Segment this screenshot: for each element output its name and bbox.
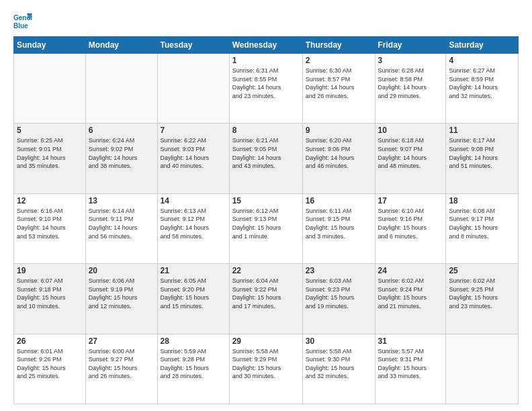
calendar-week-row: 26Sunrise: 6:01 AM Sunset: 9:26 PM Dayli… xyxy=(14,334,519,404)
col-header-saturday: Saturday xyxy=(446,37,519,54)
calendar-cell: 25Sunrise: 6:02 AM Sunset: 9:25 PM Dayli… xyxy=(446,264,519,334)
calendar-table: SundayMondayTuesdayWednesdayThursdayFrid… xyxy=(13,36,519,404)
day-number: 26 xyxy=(17,336,83,346)
col-header-friday: Friday xyxy=(375,37,446,54)
day-number: 18 xyxy=(449,196,515,205)
calendar-cell: 4Sunrise: 6:27 AM Sunset: 8:59 PM Daylig… xyxy=(446,54,519,124)
calendar-cell: 21Sunrise: 6:05 AM Sunset: 9:20 PM Dayli… xyxy=(157,264,229,334)
day-number: 7 xyxy=(161,126,226,135)
day-info: Sunrise: 6:02 AM Sunset: 9:25 PM Dayligh… xyxy=(449,277,515,310)
day-info: Sunrise: 6:31 AM Sunset: 8:55 PM Dayligh… xyxy=(232,66,300,100)
day-info: Sunrise: 6:06 AM Sunset: 9:19 PM Dayligh… xyxy=(89,277,154,310)
day-number: 24 xyxy=(378,266,443,275)
day-number: 14 xyxy=(161,196,226,205)
day-number: 20 xyxy=(89,266,154,275)
calendar-cell: 27Sunrise: 6:00 AM Sunset: 9:27 PM Dayli… xyxy=(85,334,157,404)
calendar-cell: 14Sunrise: 6:13 AM Sunset: 9:12 PM Dayli… xyxy=(157,193,229,263)
calendar-cell: 8Sunrise: 6:21 AM Sunset: 9:05 PM Daylig… xyxy=(229,124,302,193)
day-number: 1 xyxy=(232,56,300,65)
day-info: Sunrise: 6:12 AM Sunset: 9:13 PM Dayligh… xyxy=(232,207,300,240)
calendar-week-row: 1Sunrise: 6:31 AM Sunset: 8:55 PM Daylig… xyxy=(14,54,519,124)
day-number: 10 xyxy=(378,126,443,135)
day-number: 23 xyxy=(306,266,372,275)
day-number: 16 xyxy=(306,196,372,205)
day-info: Sunrise: 6:00 AM Sunset: 9:27 PM Dayligh… xyxy=(89,347,154,381)
day-info: Sunrise: 6:28 AM Sunset: 8:58 PM Dayligh… xyxy=(378,66,443,100)
day-info: Sunrise: 6:16 AM Sunset: 9:10 PM Dayligh… xyxy=(17,207,83,240)
calendar-cell: 2Sunrise: 6:30 AM Sunset: 8:57 PM Daylig… xyxy=(302,54,375,124)
day-info: Sunrise: 5:57 AM Sunset: 9:31 PM Dayligh… xyxy=(378,347,443,381)
calendar-cell: 1Sunrise: 6:31 AM Sunset: 8:55 PM Daylig… xyxy=(229,54,302,124)
calendar-cell: 15Sunrise: 6:12 AM Sunset: 9:13 PM Dayli… xyxy=(229,193,302,263)
col-header-wednesday: Wednesday xyxy=(229,37,302,54)
calendar-cell: 17Sunrise: 6:10 AM Sunset: 9:16 PM Dayli… xyxy=(375,193,446,263)
calendar-cell: 28Sunrise: 5:59 AM Sunset: 9:28 PM Dayli… xyxy=(157,334,229,404)
calendar-cell: 7Sunrise: 6:22 AM Sunset: 9:03 PM Daylig… xyxy=(157,124,229,193)
day-info: Sunrise: 6:18 AM Sunset: 9:07 PM Dayligh… xyxy=(378,136,443,170)
day-number: 12 xyxy=(17,196,83,205)
day-number: 4 xyxy=(449,56,515,65)
day-number: 6 xyxy=(89,126,154,135)
day-info: Sunrise: 6:30 AM Sunset: 8:57 PM Dayligh… xyxy=(306,66,372,100)
day-info: Sunrise: 6:20 AM Sunset: 9:06 PM Dayligh… xyxy=(306,136,372,170)
day-number: 25 xyxy=(449,266,515,275)
day-number: 5 xyxy=(17,126,83,135)
day-info: Sunrise: 6:07 AM Sunset: 9:18 PM Dayligh… xyxy=(17,277,83,310)
calendar-cell: 24Sunrise: 6:02 AM Sunset: 9:24 PM Dayli… xyxy=(375,264,446,334)
day-info: Sunrise: 5:59 AM Sunset: 9:28 PM Dayligh… xyxy=(161,347,226,381)
calendar-cell: 18Sunrise: 6:08 AM Sunset: 9:17 PM Dayli… xyxy=(446,193,519,263)
logo: General Blue xyxy=(13,11,35,30)
day-info: Sunrise: 6:21 AM Sunset: 9:05 PM Dayligh… xyxy=(232,136,300,170)
day-info: Sunrise: 6:11 AM Sunset: 9:15 PM Dayligh… xyxy=(306,207,372,240)
day-info: Sunrise: 6:05 AM Sunset: 9:20 PM Dayligh… xyxy=(161,277,226,310)
calendar-cell: 13Sunrise: 6:14 AM Sunset: 9:11 PM Dayli… xyxy=(85,193,157,263)
calendar-cell: 20Sunrise: 6:06 AM Sunset: 9:19 PM Dayli… xyxy=(85,264,157,334)
day-number: 22 xyxy=(232,266,300,275)
day-info: Sunrise: 6:13 AM Sunset: 9:12 PM Dayligh… xyxy=(161,207,226,240)
calendar-cell: 5Sunrise: 6:25 AM Sunset: 9:01 PM Daylig… xyxy=(14,124,86,193)
calendar-header-row: SundayMondayTuesdayWednesdayThursdayFrid… xyxy=(14,37,519,54)
calendar-cell xyxy=(14,54,86,124)
day-number: 30 xyxy=(306,336,372,346)
day-number: 15 xyxy=(232,196,300,205)
day-number: 21 xyxy=(161,266,226,275)
day-number: 27 xyxy=(89,336,154,346)
day-info: Sunrise: 6:04 AM Sunset: 9:22 PM Dayligh… xyxy=(232,277,300,310)
calendar-week-row: 5Sunrise: 6:25 AM Sunset: 9:01 PM Daylig… xyxy=(14,124,519,193)
calendar-cell: 10Sunrise: 6:18 AM Sunset: 9:07 PM Dayli… xyxy=(375,124,446,193)
day-number: 31 xyxy=(378,336,443,346)
calendar-cell xyxy=(85,54,157,124)
day-info: Sunrise: 5:58 AM Sunset: 9:30 PM Dayligh… xyxy=(306,347,372,381)
day-number: 13 xyxy=(89,196,154,205)
day-number: 2 xyxy=(306,56,372,65)
day-number: 11 xyxy=(449,126,515,135)
calendar-cell: 12Sunrise: 6:16 AM Sunset: 9:10 PM Dayli… xyxy=(14,193,86,263)
calendar-cell: 9Sunrise: 6:20 AM Sunset: 9:06 PM Daylig… xyxy=(302,124,375,193)
col-header-thursday: Thursday xyxy=(302,37,375,54)
day-number: 3 xyxy=(378,56,443,65)
day-info: Sunrise: 6:24 AM Sunset: 9:02 PM Dayligh… xyxy=(89,136,154,170)
calendar-cell: 31Sunrise: 5:57 AM Sunset: 9:31 PM Dayli… xyxy=(375,334,446,404)
calendar-cell: 30Sunrise: 5:58 AM Sunset: 9:30 PM Dayli… xyxy=(302,334,375,404)
day-info: Sunrise: 6:27 AM Sunset: 8:59 PM Dayligh… xyxy=(449,66,515,100)
day-number: 28 xyxy=(161,336,226,346)
day-number: 29 xyxy=(232,336,300,346)
calendar-cell: 6Sunrise: 6:24 AM Sunset: 9:02 PM Daylig… xyxy=(85,124,157,193)
calendar-cell: 22Sunrise: 6:04 AM Sunset: 9:22 PM Dayli… xyxy=(229,264,302,334)
col-header-sunday: Sunday xyxy=(14,37,86,54)
day-number: 9 xyxy=(306,126,372,135)
calendar-cell: 26Sunrise: 6:01 AM Sunset: 9:26 PM Dayli… xyxy=(14,334,86,404)
calendar-cell: 23Sunrise: 6:03 AM Sunset: 9:23 PM Dayli… xyxy=(302,264,375,334)
calendar-cell: 16Sunrise: 6:11 AM Sunset: 9:15 PM Dayli… xyxy=(302,193,375,263)
col-header-monday: Monday xyxy=(85,37,157,54)
day-info: Sunrise: 6:14 AM Sunset: 9:11 PM Dayligh… xyxy=(89,207,154,240)
day-info: Sunrise: 6:25 AM Sunset: 9:01 PM Dayligh… xyxy=(17,136,83,170)
calendar-week-row: 19Sunrise: 6:07 AM Sunset: 9:18 PM Dayli… xyxy=(14,264,519,334)
day-number: 19 xyxy=(17,266,83,275)
svg-text:Blue: Blue xyxy=(13,22,28,30)
calendar-cell xyxy=(446,334,519,404)
page-header: General Blue xyxy=(13,11,519,30)
calendar-cell xyxy=(157,54,229,124)
day-number: 8 xyxy=(232,126,300,135)
col-header-tuesday: Tuesday xyxy=(157,37,229,54)
